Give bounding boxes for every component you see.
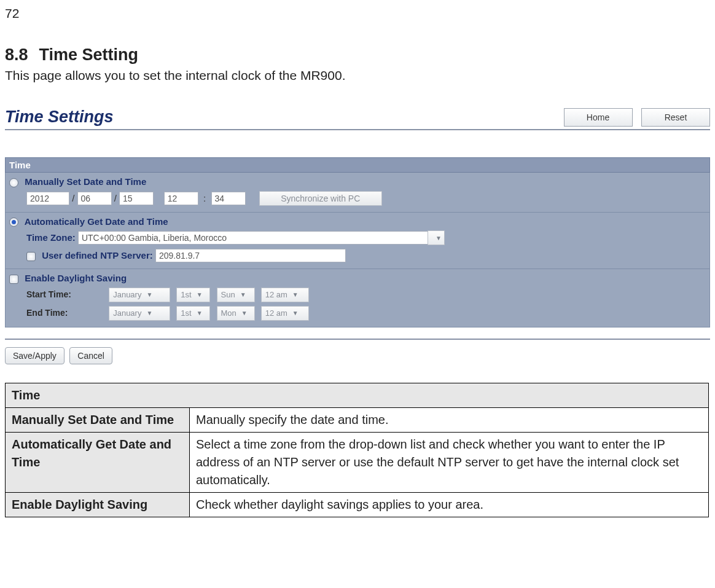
manual-time-row: Manually Set Date and Time / / : Synchro… bbox=[5, 173, 710, 213]
timezone-label: Time Zone: bbox=[26, 232, 76, 243]
section-heading: 8.8Time Setting bbox=[5, 45, 710, 65]
ntp-checkbox[interactable] bbox=[26, 252, 36, 261]
row-desc: Check whether daylight savings applies t… bbox=[190, 492, 709, 517]
row-name: Enable Daylight Saving bbox=[6, 492, 190, 517]
home-button[interactable]: Home bbox=[564, 108, 633, 127]
chevron-down-icon: ▼ bbox=[197, 310, 203, 316]
table-row: Automatically Get Date and Time Select a… bbox=[6, 432, 709, 492]
sync-with-pc-button[interactable]: Synchronize with PC bbox=[259, 191, 382, 206]
auto-label: Automatically Get Date and Time bbox=[25, 216, 168, 227]
cancel-button[interactable]: Cancel bbox=[69, 347, 112, 364]
date-sep: / bbox=[72, 193, 74, 203]
row-desc: Select a time zone from the drop-down li… bbox=[190, 432, 709, 492]
end-month-select[interactable]: January▼ bbox=[109, 306, 170, 321]
save-apply-button[interactable]: Save/Apply bbox=[5, 347, 64, 364]
time-settings-screenshot: Time Settings Home Reset Time Manually S… bbox=[5, 106, 710, 364]
ntp-server-field[interactable] bbox=[155, 249, 346, 262]
chevron-down-icon: ▼ bbox=[292, 291, 299, 298]
chevron-down-icon: ▼ bbox=[292, 310, 299, 316]
chevron-down-icon: ▼ bbox=[146, 291, 152, 298]
start-time-label: Start Time: bbox=[26, 289, 106, 299]
start-week-select[interactable]: 1st▼ bbox=[176, 288, 210, 302]
timezone-select[interactable] bbox=[78, 231, 428, 245]
day-field[interactable] bbox=[119, 192, 154, 205]
year-field[interactable] bbox=[26, 192, 69, 205]
start-month-select[interactable]: January▼ bbox=[109, 288, 170, 302]
time-section-header: Time bbox=[5, 157, 710, 173]
start-hour-select[interactable]: 12 am▼ bbox=[261, 288, 309, 302]
daylight-checkbox[interactable] bbox=[9, 275, 18, 284]
radio-manual[interactable] bbox=[9, 178, 18, 187]
month-field[interactable] bbox=[77, 192, 112, 205]
table-row: Manually Set Date and Time Manually spec… bbox=[6, 407, 709, 432]
end-day-select[interactable]: Mon▼ bbox=[217, 306, 255, 321]
table-row: Enable Daylight Saving Check whether day… bbox=[6, 492, 709, 517]
ntp-label: User defined NTP Server: bbox=[42, 250, 153, 261]
end-hour-select[interactable]: 12 am▼ bbox=[261, 306, 309, 321]
daylight-row: Enable Daylight Saving Start Time: Janua… bbox=[5, 269, 710, 327]
section-number: 8.8 bbox=[5, 45, 28, 64]
row-name: Manually Set Date and Time bbox=[6, 407, 190, 432]
chevron-down-icon: ▼ bbox=[436, 235, 442, 241]
chevron-down-icon: ▼ bbox=[241, 310, 248, 316]
hour-field[interactable] bbox=[164, 192, 198, 205]
table-header: Time bbox=[6, 383, 709, 407]
description-table: Time Manually Set Date and Time Manually… bbox=[5, 383, 709, 517]
chevron-down-icon: ▼ bbox=[240, 291, 246, 298]
start-day-select[interactable]: Sun▼ bbox=[217, 288, 255, 302]
date-sep: / bbox=[114, 193, 117, 203]
manual-label: Manually Set Date and Time bbox=[25, 176, 146, 187]
daylight-label: Enable Daylight Saving bbox=[25, 273, 127, 283]
auto-time-row: Automatically Get Date and Time Time Zon… bbox=[5, 213, 710, 270]
radio-auto[interactable] bbox=[9, 218, 18, 227]
end-week-select[interactable]: 1st▼ bbox=[176, 306, 210, 321]
row-name: Automatically Get Date and Time bbox=[6, 432, 190, 492]
reset-button[interactable]: Reset bbox=[641, 108, 710, 127]
panel-title: Time Settings bbox=[5, 108, 114, 127]
chevron-down-icon: ▼ bbox=[146, 310, 152, 316]
row-desc: Manually specify the date and time. bbox=[190, 407, 709, 432]
minute-field[interactable] bbox=[211, 192, 246, 205]
section-title: Time Setting bbox=[39, 45, 139, 64]
end-time-label: End Time: bbox=[26, 308, 106, 318]
time-sep: : bbox=[203, 193, 206, 203]
chevron-down-icon: ▼ bbox=[197, 291, 203, 298]
page-number: 72 bbox=[5, 6, 710, 21]
section-description: This page allows you to set the internal… bbox=[5, 68, 710, 83]
